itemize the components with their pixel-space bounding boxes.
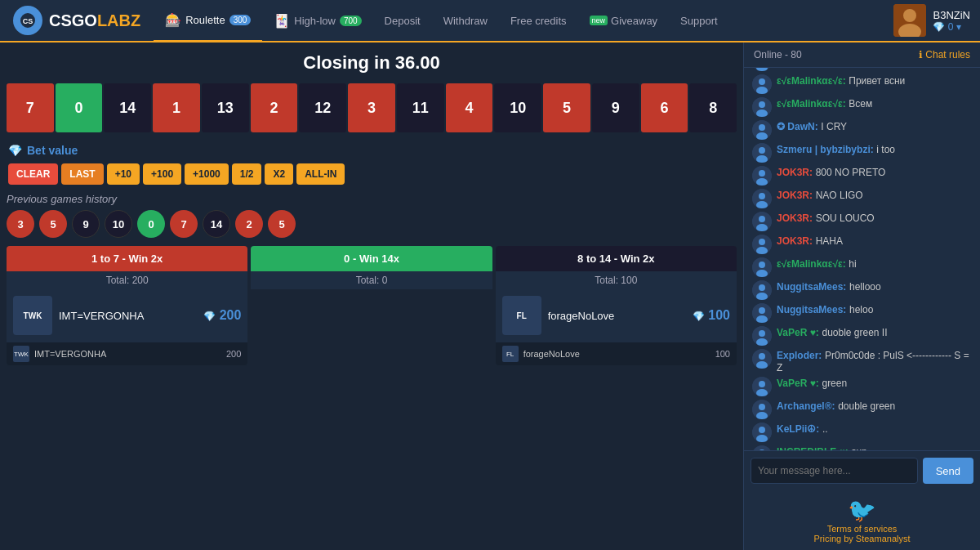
chat-username: VaPeR ♥: bbox=[777, 327, 819, 338]
bet-button-10[interactable]: +10 bbox=[107, 163, 140, 185]
nav-highlow[interactable]: 🃏 High-low 700 bbox=[262, 0, 372, 42]
nav-giveaway[interactable]: new Giveaway bbox=[578, 0, 670, 42]
chat-avatar bbox=[752, 74, 772, 94]
number-cell-9: 9 bbox=[592, 83, 639, 132]
bet-panel-red: 1 to 7 - Win 2x Total: 200 TWKIMT=VERGON… bbox=[7, 246, 247, 365]
prev-circle: 14 bbox=[203, 210, 230, 238]
chat-message: ε√εMalinkαε√ε: Привет всни bbox=[752, 74, 972, 94]
nav-freecredits[interactable]: Free credits bbox=[499, 0, 578, 42]
chat-sidebar: Online - 80 ℹ Chat rules Гладиатар: заки… bbox=[743, 42, 980, 550]
bet-button-clear[interactable]: CLEAR bbox=[8, 163, 58, 185]
chat-message-content: VaPeR ♥: green bbox=[777, 377, 847, 389]
nav-roulette[interactable]: 🎰 Roulette 300 bbox=[154, 0, 262, 42]
panel-header-red[interactable]: 1 to 7 - Win 2x bbox=[7, 246, 247, 271]
roulette-icon: 🎰 bbox=[165, 12, 181, 28]
player-list-avatar: FL bbox=[502, 346, 519, 362]
chat-username: Archangel®: bbox=[777, 400, 835, 412]
user-info: B3NZiN 💎 0 ▾ bbox=[933, 9, 970, 33]
number-cell-13: 13 bbox=[202, 83, 249, 132]
number-cell-3: 3 bbox=[348, 83, 395, 132]
chat-message: Szmeru | bybzibybzi: i too bbox=[752, 143, 972, 163]
chat-message-content: JOK3R: SOU LOUCO bbox=[777, 212, 875, 224]
bet-button-allin[interactable]: ALL-IN bbox=[296, 163, 345, 185]
footer-link[interactable]: Terms of services bbox=[751, 524, 973, 534]
nav-deposit[interactable]: Deposit bbox=[373, 0, 432, 42]
chat-message: ✪ DawN: I CRY bbox=[752, 120, 972, 140]
bet-button-100[interactable]: +100 bbox=[143, 163, 181, 185]
nav-support[interactable]: Support bbox=[669, 0, 729, 42]
logo: CS CSGOLABZ bbox=[0, 6, 154, 35]
player-list-bet: 100 bbox=[715, 349, 730, 359]
chat-username: Szmeru | bybzibybzi: bbox=[777, 144, 874, 155]
balance-dropdown-icon[interactable]: ▾ bbox=[956, 21, 961, 33]
footer-link[interactable]: Pricing by Steamanalyst bbox=[751, 534, 973, 543]
player-name: forageNoLove bbox=[548, 310, 686, 322]
chat-message-content: Szmeru | bybzibybzi: i too bbox=[777, 143, 895, 155]
chat-message: VaPeR ♥: duoble green II bbox=[752, 326, 972, 346]
bet-panel-green: 0 - Win 14x Total: 0 bbox=[251, 246, 492, 365]
chat-message: Archangel®: double green bbox=[752, 400, 972, 419]
chat-input[interactable] bbox=[751, 458, 918, 484]
nav-withdraw[interactable]: Withdraw bbox=[432, 0, 499, 42]
chat-footer: 🐦 Terms of servicesPricing by Steamanaly… bbox=[744, 490, 980, 550]
bet-value-label: 💎 Bet value bbox=[8, 144, 735, 157]
footer-links: Terms of servicesPricing by Steamanalyst bbox=[751, 524, 973, 543]
prev-circle: 5 bbox=[39, 210, 67, 238]
chat-text: green bbox=[822, 378, 847, 389]
chat-message-content: Exploder: Pr0m0c0de : PulS <------------… bbox=[777, 349, 972, 373]
bet-button-12[interactable]: 1/2 bbox=[232, 163, 262, 185]
chat-rules-icon: ℹ bbox=[919, 49, 923, 60]
chat-text: double green bbox=[838, 400, 895, 412]
number-cell-4: 4 bbox=[446, 83, 493, 132]
chat-message-content: ✪ DawN: I CRY bbox=[777, 120, 847, 132]
number-cell-8: 8 bbox=[689, 83, 737, 132]
nav-giveaway-label: Giveaway bbox=[611, 15, 657, 27]
panel-header-green[interactable]: 0 - Win 14x bbox=[251, 246, 492, 271]
chat-message: ε√εMalinkαε√ε: Всем bbox=[752, 97, 972, 117]
bet-button-x2[interactable]: X2 bbox=[265, 163, 293, 185]
svg-point-48 bbox=[759, 330, 765, 337]
chat-text: hellooo bbox=[849, 281, 881, 293]
chat-message-content: ε√εMalinkαε√ε: Всем bbox=[777, 97, 872, 110]
twitter-icon: 🐦 bbox=[751, 497, 973, 524]
chat-avatar bbox=[752, 326, 772, 346]
bet-section: 💎 Bet value CLEARLAST+10+100+10001/2X2AL… bbox=[0, 136, 743, 190]
prev-circle: 0 bbox=[137, 210, 165, 238]
chat-message: JOK3R: HAHA bbox=[752, 235, 972, 254]
chat-username: JOK3R: bbox=[777, 167, 813, 178]
chat-message: NuggitsaMees: hellooo bbox=[752, 280, 972, 300]
user-balance: 💎 0 ▾ bbox=[933, 21, 970, 33]
chat-text: heloo bbox=[849, 304, 873, 315]
balance-value: 0 bbox=[948, 21, 954, 33]
chat-text: HAHA bbox=[816, 235, 843, 247]
chat-username: ✪ DawN: bbox=[777, 121, 818, 132]
game-area: Closing in 36.00 70141132123114105968 💎 … bbox=[0, 42, 743, 550]
highlow-icon: 🃏 bbox=[274, 13, 290, 29]
player-avatar: TWK bbox=[13, 296, 52, 335]
chat-username: KeLPii☮: bbox=[777, 423, 819, 435]
nav-withdraw-label: Withdraw bbox=[443, 15, 488, 27]
bet-button-1000[interactable]: +1000 bbox=[185, 163, 229, 185]
prev-circle: 5 bbox=[268, 210, 296, 238]
panel-header-black[interactable]: 8 to 14 - Win 2x bbox=[496, 246, 737, 271]
bet-button-last[interactable]: LAST bbox=[61, 163, 103, 185]
player-bet-amount: 💎 100 bbox=[693, 308, 730, 323]
chat-rules-link[interactable]: ℹ Chat rules bbox=[919, 49, 970, 60]
chat-message-content: JOK3R: NAO LIGO bbox=[777, 189, 863, 201]
player-list-avatar: TWK bbox=[13, 346, 29, 362]
bet-diamond-icon: 💎 bbox=[8, 144, 22, 157]
player-bet-amount: 💎 200 bbox=[203, 308, 241, 323]
chat-avatar bbox=[752, 423, 772, 442]
chat-message: NuggitsaMees: heloo bbox=[752, 303, 972, 323]
number-cell-2: 2 bbox=[251, 83, 298, 132]
svg-point-39 bbox=[759, 262, 765, 268]
chat-message-content: ε√εMalinkαε√ε: hi bbox=[777, 257, 857, 270]
prev-circle: 7 bbox=[170, 210, 198, 238]
balance-diamond-icon: 💎 bbox=[933, 21, 945, 33]
number-cell-14: 14 bbox=[104, 83, 151, 132]
prev-games-label: Previous games history bbox=[7, 193, 296, 205]
chat-send-button[interactable]: Send bbox=[923, 458, 973, 484]
svg-point-60 bbox=[759, 427, 765, 433]
chat-avatar bbox=[752, 97, 772, 117]
chat-avatar bbox=[752, 349, 772, 369]
